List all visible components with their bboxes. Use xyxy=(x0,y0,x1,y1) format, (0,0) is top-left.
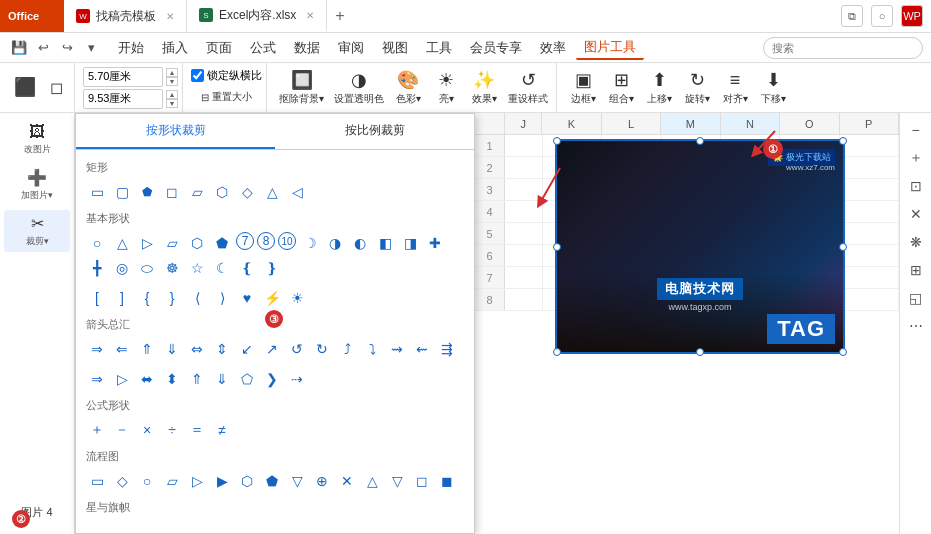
cell-j1[interactable] xyxy=(505,135,543,156)
shape-swirl[interactable]: ☸ xyxy=(161,257,183,279)
shape-rtriangle[interactable]: ◁ xyxy=(286,181,308,203)
arrow-up2[interactable]: ⇑ xyxy=(186,368,208,390)
arrow-down[interactable]: ⇓ xyxy=(161,338,183,360)
border-button[interactable]: ▣ 边框▾ xyxy=(565,66,601,110)
formula-plus[interactable]: ＋ xyxy=(86,419,108,441)
width-down[interactable]: ▼ xyxy=(166,99,178,108)
flow-arrow2[interactable]: ▶ xyxy=(211,470,233,492)
shape-num7[interactable]: 7 xyxy=(236,232,254,250)
arrow-chevron[interactable]: ❯ xyxy=(261,368,283,390)
shape-num8[interactable]: 8 xyxy=(257,232,275,250)
brightness-button[interactable]: ☀ 亮▾ xyxy=(428,66,464,110)
shape-bracket-r[interactable]: ] xyxy=(111,287,133,309)
col-header-m[interactable]: M xyxy=(661,113,720,134)
flow-fill[interactable]: ◼ xyxy=(436,470,458,492)
cell-p2[interactable] xyxy=(840,157,899,178)
col-header-o[interactable]: O xyxy=(780,113,839,134)
down-button[interactable]: ⬇ 下移▾ xyxy=(755,66,791,110)
arrow-diag2[interactable]: ↗ xyxy=(261,338,283,360)
rp-minus[interactable]: − xyxy=(903,117,929,143)
shape-oct[interactable]: ⬟ xyxy=(211,232,233,254)
rp-grid[interactable]: ⊞ xyxy=(903,257,929,283)
tab-excel[interactable]: S Excel内容.xlsx ✕ xyxy=(187,0,327,32)
col-header-l[interactable]: L xyxy=(602,113,661,134)
height-down[interactable]: ▼ xyxy=(166,77,178,86)
arrow-r2[interactable]: ⇒ xyxy=(86,368,108,390)
arrow-curve-l[interactable]: ↺ xyxy=(286,338,308,360)
arrow-right[interactable]: ⇒ xyxy=(86,338,108,360)
flow-process[interactable]: ▭ xyxy=(86,470,108,492)
undo-icon[interactable]: ↩ xyxy=(32,37,54,59)
arrow-ud[interactable]: ⇕ xyxy=(211,338,233,360)
menu-review[interactable]: 审阅 xyxy=(330,37,372,59)
shape-rect-round[interactable]: ▢ xyxy=(111,181,133,203)
shape-heart[interactable]: ♥ xyxy=(236,287,258,309)
shape-parallelogram[interactable]: ▱ xyxy=(186,181,208,203)
flow-data[interactable]: ▱ xyxy=(161,470,183,492)
arrow-notch[interactable]: ⬍ xyxy=(161,368,183,390)
arrow-left[interactable]: ⇐ xyxy=(111,338,133,360)
transparency-button[interactable]: ◑ 设置透明色 xyxy=(330,66,388,110)
flow-delay[interactable]: ⬟ xyxy=(261,470,283,492)
col-header-j[interactable]: J xyxy=(505,113,542,134)
col-header-k[interactable]: K xyxy=(542,113,601,134)
shape-sun[interactable]: ☀ xyxy=(286,287,308,309)
flow-or[interactable]: ⊕ xyxy=(311,470,333,492)
formula-eq[interactable]: ＝ xyxy=(186,419,208,441)
arrow-merge[interactable]: ⇢ xyxy=(286,368,308,390)
arrow-lr[interactable]: ⇔ xyxy=(186,338,208,360)
flow-and[interactable]: ✕ xyxy=(336,470,358,492)
handle-bm[interactable] xyxy=(696,348,704,356)
shape-circle[interactable]: ○ xyxy=(86,232,108,254)
reset-style-button[interactable]: ↺ 重设样式 xyxy=(504,66,552,110)
shape-brace-l[interactable]: ❴ xyxy=(236,257,258,279)
height-up[interactable]: ▲ xyxy=(166,68,178,77)
arrow-r3[interactable]: ▷ xyxy=(111,368,133,390)
flow-rect[interactable]: ◻ xyxy=(411,470,433,492)
rp-close[interactable]: ✕ xyxy=(903,201,929,227)
rp-plus[interactable]: ＋ xyxy=(903,145,929,171)
flow-extract[interactable]: ▽ xyxy=(286,470,308,492)
handle-mr[interactable] xyxy=(839,243,847,251)
reset-size-button[interactable]: ⊟ 重置大小 xyxy=(191,87,262,107)
save-icon[interactable]: 💾 xyxy=(8,37,30,59)
arrow-wavy[interactable]: ⇝ xyxy=(386,338,408,360)
shape-star[interactable]: ☆ xyxy=(186,257,208,279)
rp-frame[interactable]: ⊡ xyxy=(903,173,929,199)
align-button[interactable]: ≡ 对齐▾ xyxy=(717,66,753,110)
menu-formula[interactable]: 公式 xyxy=(242,37,284,59)
arrow-up[interactable]: ⇑ xyxy=(136,338,158,360)
shape-half[interactable]: ◑ xyxy=(324,232,346,254)
arrow-pentagon[interactable]: ⬠ xyxy=(236,368,258,390)
arrow-split[interactable]: ⇶ xyxy=(436,338,458,360)
tab-wps-close[interactable]: ✕ xyxy=(166,11,174,22)
shape-plus[interactable]: ╋ xyxy=(86,257,108,279)
flow-decision[interactable]: ◇ xyxy=(111,470,133,492)
combine-button[interactable]: ⊞ 组合▾ xyxy=(603,66,639,110)
shape-brace2-l[interactable]: { xyxy=(136,287,158,309)
handle-tr[interactable] xyxy=(839,137,847,145)
tab-shape-crop[interactable]: 按形状裁剪 xyxy=(76,114,275,149)
menu-tools[interactable]: 工具 xyxy=(418,37,460,59)
width-input[interactable] xyxy=(83,89,163,109)
flow-hex[interactable]: ⬡ xyxy=(236,470,258,492)
shape-brace2-r[interactable]: } xyxy=(161,287,183,309)
shape-frame[interactable]: ◎ xyxy=(111,257,133,279)
flow-arrow[interactable]: ▷ xyxy=(186,470,208,492)
rp-corner[interactable]: ◱ xyxy=(903,285,929,311)
shape-block-r[interactable]: ◨ xyxy=(399,232,421,254)
quick-access-more[interactable]: ▾ xyxy=(80,37,102,59)
handle-br[interactable] xyxy=(839,348,847,356)
cell-p1[interactable] xyxy=(840,135,899,156)
width-spinner[interactable]: ▲ ▼ xyxy=(166,90,178,108)
shape-bracket-l[interactable]: [ xyxy=(86,287,108,309)
formula-minus[interactable]: － xyxy=(111,419,133,441)
wp-button[interactable]: WP xyxy=(901,5,923,27)
shape-cross[interactable]: ✚ xyxy=(424,232,446,254)
shape-para[interactable]: ▱ xyxy=(161,232,183,254)
shape-rect-2[interactable]: ◻ xyxy=(161,181,183,203)
shape-bracket3-r[interactable]: ⟩ xyxy=(211,287,233,309)
change-picture-button[interactable]: 🖼 改图片 xyxy=(4,119,70,160)
flow-invert[interactable]: ▽ xyxy=(386,470,408,492)
rotate-button[interactable]: ↻ 旋转▾ xyxy=(679,66,715,110)
